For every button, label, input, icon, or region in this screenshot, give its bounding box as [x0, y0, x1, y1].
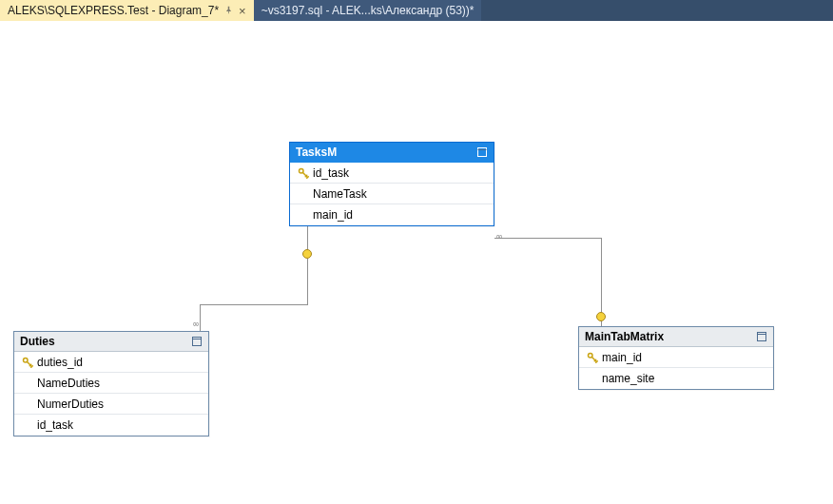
column-name: main_id [311, 208, 353, 222]
key-icon [585, 352, 600, 363]
table-maintabmatrix-title: MainTabMatrix [585, 330, 664, 343]
tab-strip [481, 0, 833, 21]
table-row[interactable]: main_id [579, 347, 773, 368]
table-row[interactable]: main_id [290, 204, 494, 225]
table-row[interactable]: NumerDuties [14, 394, 208, 415]
relation-key-endpoint-icon [302, 249, 312, 259]
tab-sql[interactable]: ~vs3197.sql - ALEK...ks\Александр (53))* [254, 0, 482, 21]
maximize-icon[interactable] [476, 146, 488, 158]
key-icon [296, 167, 311, 179]
maximize-icon[interactable] [191, 336, 203, 347]
svg-rect-3 [193, 338, 202, 346]
table-row[interactable]: NameTask [290, 184, 494, 204]
table-maintabmatrix[interactable]: MainTabMatrix main_id name_site [578, 326, 774, 390]
column-name: NameDuties [35, 377, 100, 390]
diagram-canvas[interactable]: TasksM id_task NameTask main_id [0, 21, 833, 504]
relation-line [200, 304, 201, 331]
tab-sql-label: ~vs3197.sql - ALEK...ks\Александр (53))* [262, 4, 475, 17]
relation-line [307, 259, 308, 304]
tab-diagram-label: ALEKS\SQLEXPRESS.Test - Diagram_7* [8, 4, 219, 17]
key-icon [20, 357, 35, 368]
relation-infinity-endpoint-icon: ∞ [496, 231, 502, 242]
svg-rect-6 [758, 333, 766, 341]
column-name: name_site [600, 372, 654, 385]
column-name: id_task [35, 418, 73, 432]
tab-diagram[interactable]: ALEKS\SQLEXPRESS.Test - Diagram_7* × [0, 0, 254, 21]
table-row[interactable]: duties_id [14, 352, 208, 373]
table-row[interactable]: id_task [14, 415, 208, 436]
table-duties-title: Duties [20, 335, 55, 348]
relation-infinity-endpoint-icon: ∞ [193, 319, 199, 329]
svg-rect-0 [478, 148, 487, 157]
table-duties-titlebar[interactable]: Duties [14, 332, 208, 352]
column-name: NameTask [311, 187, 367, 201]
column-name: NumerDuties [35, 397, 104, 411]
relation-line [200, 304, 308, 305]
close-icon[interactable]: × [239, 5, 246, 17]
table-row[interactable]: name_site [579, 368, 773, 389]
column-name: id_task [311, 166, 349, 180]
relation-key-endpoint-icon [596, 312, 606, 321]
table-duties[interactable]: Duties duties_id NameDuties NumerDuties [13, 331, 209, 436]
table-maintabmatrix-titlebar[interactable]: MainTabMatrix [579, 327, 773, 347]
pin-icon[interactable] [224, 6, 233, 16]
table-row[interactable]: id_task [290, 163, 494, 184]
table-tasksm-titlebar[interactable]: TasksM [290, 143, 494, 163]
maximize-icon[interactable] [756, 331, 767, 342]
column-name: duties_id [35, 356, 83, 369]
table-row[interactable]: NameDuties [14, 373, 208, 394]
table-tasksm[interactable]: TasksM id_task NameTask main_id [289, 142, 494, 226]
relation-line [494, 238, 601, 239]
column-name: main_id [600, 351, 642, 364]
table-tasksm-title: TasksM [296, 145, 337, 159]
